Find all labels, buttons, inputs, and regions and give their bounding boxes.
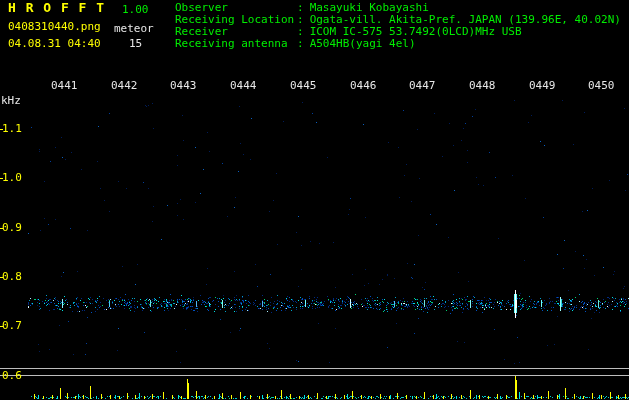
observation-datetime: 04.08.31 04:40 (8, 38, 101, 50)
hrofft-screen: H R O F F T 1.00 0408310440.png meteor 0… (0, 0, 629, 400)
output-filename: 0408310440.png (8, 21, 101, 33)
spectrogram-canvas (0, 0, 629, 400)
info-label: Receiving antenna (175, 38, 297, 50)
x-tick-0447: 0447 (409, 80, 436, 92)
y-axis-unit-label: kHz (1, 95, 21, 107)
x-tick-0443: 0443 (170, 80, 197, 92)
app-title: H R O F F T (8, 2, 105, 14)
y-tick-1.0: 1.0 (2, 172, 22, 184)
x-tick-0441: 0441 (51, 80, 78, 92)
x-tick-0442: 0442 (111, 80, 138, 92)
x-tick-0445: 0445 (290, 80, 317, 92)
info-value: A504HB(yagi 4el) (310, 38, 416, 50)
x-tick-0450: 0450 (588, 80, 615, 92)
y-tick-0.6: 0.6 (2, 370, 22, 382)
colon: : (297, 38, 304, 50)
x-tick-0446: 0446 (350, 80, 377, 92)
info-row-antenna: Receiving antenna:A504HB(yagi 4el) (175, 38, 621, 50)
x-tick-0444: 0444 (230, 80, 257, 92)
x-tick-0449: 0449 (529, 80, 556, 92)
x-tick-0448: 0448 (469, 80, 496, 92)
y-tick-1.1: 1.1 (2, 123, 22, 135)
y-tick-0.8: 0.8 (2, 271, 22, 283)
observation-mode: meteor (114, 23, 154, 35)
y-tick-0.7: 0.7 (2, 320, 22, 332)
observer-info-block: Observer:Masayuki Kobayashi Receiving Lo… (175, 2, 621, 50)
y-tick-0.9: 0.9 (2, 222, 22, 234)
echo-count: 15 (129, 38, 142, 50)
app-version: 1.00 (122, 4, 149, 16)
